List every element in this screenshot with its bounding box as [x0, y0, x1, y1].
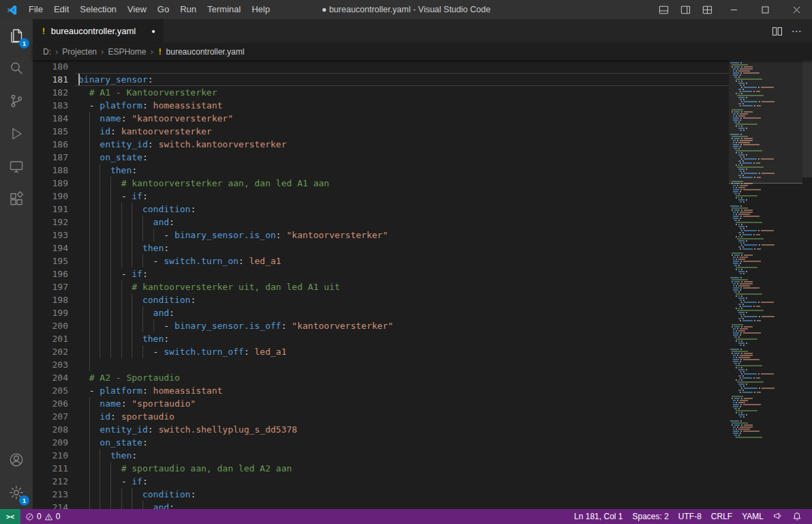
code-line[interactable]: 200 - binary_sensor.is_off: "kantoorvers…	[33, 319, 729, 332]
code-line[interactable]: 183 - platform: homeassistant	[33, 99, 729, 112]
menu-run[interactable]: Run	[175, 0, 202, 19]
line-number[interactable]: 195	[33, 254, 68, 267]
code-line[interactable]: 191 condition:	[33, 203, 729, 216]
breadcrumb-item[interactable]: ESPHome	[108, 47, 146, 57]
code-line[interactable]: 198 condition:	[33, 293, 729, 306]
code-line[interactable]: 210 then:	[33, 449, 729, 462]
eol-sequence[interactable]: CRLF	[706, 509, 737, 524]
code-line[interactable]: 211 # sportaudio aan, dan led A2 aan	[33, 462, 729, 475]
code-line[interactable]: 202 - switch.turn_off: led_a1	[33, 345, 729, 358]
code-line[interactable]: 199 and:	[33, 306, 729, 319]
editor-scrollbar[interactable]	[802, 60, 812, 509]
code-line[interactable]: 182 # A1 - Kantoorversterker	[33, 86, 729, 99]
line-number[interactable]: 206	[33, 397, 68, 410]
code-line[interactable]: 185 id: kantoorversterker	[33, 125, 729, 138]
remote-indicator[interactable]: ><	[0, 509, 20, 524]
line-number[interactable]: 204	[33, 371, 68, 384]
breadcrumb-file[interactable]: !bureaucontroller.yaml	[157, 46, 245, 57]
code-line[interactable]: 213 condition:	[33, 488, 729, 501]
close-button[interactable]	[781, 0, 812, 19]
extensions-icon[interactable]	[0, 183, 33, 216]
line-number[interactable]: 212	[33, 475, 68, 488]
line-number[interactable]: 208	[33, 423, 68, 436]
code-line[interactable]: 187 on_state:	[33, 151, 729, 164]
code-line[interactable]: 181binary_sensor:	[33, 73, 729, 86]
line-number[interactable]: 181	[33, 73, 68, 86]
line-number[interactable]: 201	[33, 332, 68, 345]
code-line[interactable]: 209 on_state:	[33, 436, 729, 449]
minimap-slider[interactable]	[729, 60, 802, 183]
code-line[interactable]: 212 - if:	[33, 475, 729, 488]
cursor-position[interactable]: Ln 181, Col 1	[569, 509, 627, 524]
code-line[interactable]: 214 and:	[33, 501, 729, 509]
split-editor-icon[interactable]	[768, 23, 786, 40]
line-number[interactable]: 214	[33, 501, 68, 509]
minimize-button[interactable]	[718, 0, 749, 19]
line-number[interactable]: 196	[33, 267, 68, 280]
line-number[interactable]: 190	[33, 190, 68, 203]
line-number[interactable]: 180	[33, 60, 68, 73]
menu-help[interactable]: Help	[246, 0, 275, 19]
line-number[interactable]: 213	[33, 488, 68, 501]
code-line[interactable]: 207 id: sportaudio	[33, 410, 729, 423]
code-line[interactable]: 203	[33, 358, 729, 371]
source-control-icon[interactable]	[0, 85, 33, 117]
explorer-icon[interactable]: 1	[0, 19, 33, 52]
code-line[interactable]: 190 - if:	[33, 190, 729, 203]
scrollbar-thumb[interactable]	[802, 60, 812, 177]
modified-indicator[interactable]: ●	[140, 28, 155, 35]
line-number[interactable]: 210	[33, 449, 68, 462]
line-number[interactable]: 197	[33, 280, 68, 293]
code-line[interactable]: 184 name: "kantoorversterker"	[33, 112, 729, 125]
code-line[interactable]: 193 - binary_sensor.is_on: "kantoorverst…	[33, 229, 729, 242]
more-actions-icon[interactable]: ⋯	[787, 23, 805, 40]
line-number[interactable]: 203	[33, 358, 68, 371]
toggle-secondary-sidebar-icon[interactable]	[674, 0, 696, 19]
line-number[interactable]: 200	[33, 319, 68, 332]
menu-terminal[interactable]: Terminal	[202, 0, 246, 19]
line-number[interactable]: 183	[33, 99, 68, 112]
breadcrumb-item[interactable]: D:	[43, 47, 51, 57]
line-number[interactable]: 209	[33, 436, 68, 449]
line-number[interactable]: 187	[33, 151, 68, 164]
code-line[interactable]: 195 - switch.turn_on: led_a1	[33, 254, 729, 267]
indentation-setting[interactable]: Spaces: 2	[627, 509, 673, 524]
code-line[interactable]: 201 then:	[33, 332, 729, 345]
code-line[interactable]: 186 entity_id: switch.kantoorversterker	[33, 138, 729, 151]
code-line[interactable]: 192 and:	[33, 216, 729, 229]
settings-icon[interactable]: 1	[0, 476, 33, 509]
feedback-icon[interactable]	[768, 509, 787, 524]
line-number[interactable]: 186	[33, 138, 68, 151]
code-line[interactable]: 208 entity_id: switch.shellyplug_s_dd537…	[33, 423, 729, 436]
notifications-bell-icon[interactable]	[787, 509, 807, 524]
menu-file[interactable]: File	[23, 0, 48, 19]
problems-indicator[interactable]: 0 0	[20, 509, 65, 524]
line-number[interactable]: 192	[33, 216, 68, 229]
code-line[interactable]: 196 - if:	[33, 267, 729, 280]
line-number[interactable]: 207	[33, 410, 68, 423]
menu-edit[interactable]: Edit	[48, 0, 74, 19]
code-line[interactable]: 206 name: "sportaudio"	[33, 397, 729, 410]
line-number[interactable]: 188	[33, 164, 68, 177]
breadcrumb-item[interactable]: Projecten	[62, 47, 97, 57]
line-number[interactable]: 198	[33, 293, 68, 306]
code-line[interactable]: 189 # kantoorversterker aan, dan led A1 …	[33, 177, 729, 190]
line-number[interactable]: 205	[33, 384, 68, 397]
code-line[interactable]: 204 # A2 - Sportaudio	[33, 371, 729, 384]
run-and-debug-icon[interactable]	[0, 117, 33, 150]
menu-view[interactable]: View	[122, 0, 152, 19]
tab-bureaucontroller.yaml[interactable]: !bureaucontroller.yaml●	[33, 19, 164, 43]
line-number[interactable]: 189	[33, 177, 68, 190]
accounts-icon[interactable]	[0, 443, 33, 476]
encoding-setting[interactable]: UTF-8	[674, 509, 706, 524]
menu-selection[interactable]: Selection	[74, 0, 121, 19]
line-number[interactable]: 194	[33, 242, 68, 254]
menu-go[interactable]: Go	[152, 0, 175, 19]
language-mode[interactable]: YAML	[737, 509, 768, 524]
maximize-button[interactable]	[749, 0, 781, 19]
code-line[interactable]: 180	[33, 60, 729, 73]
code-line[interactable]: 194 then:	[33, 242, 729, 254]
code-line[interactable]: 188 then:	[33, 164, 729, 177]
minimap[interactable]	[729, 60, 802, 509]
code-lines[interactable]: 180181binary_sensor:182 # A1 - Kantoorve…	[33, 60, 729, 509]
